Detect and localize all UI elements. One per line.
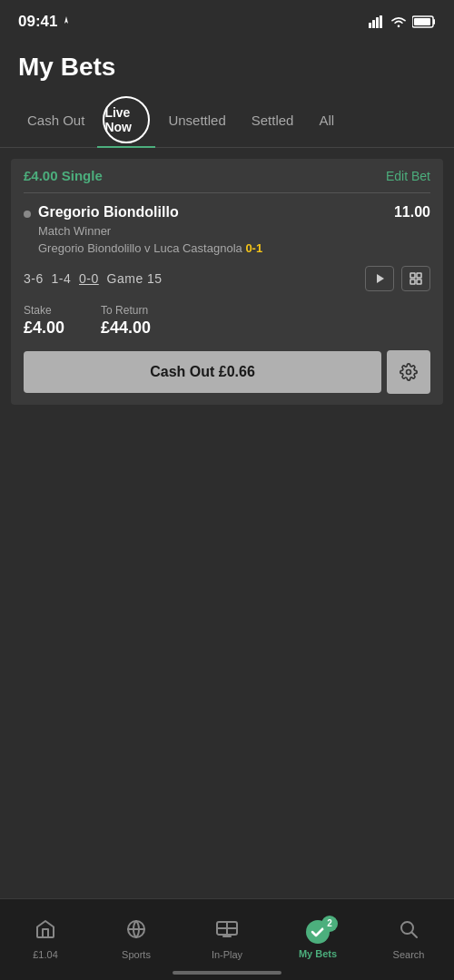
cashout-button[interactable]: Cash Out £0.66 (24, 351, 381, 393)
cashout-settings-button[interactable] (387, 350, 430, 394)
stats-icon-button[interactable] (401, 266, 430, 291)
return-value: £44.00 (101, 318, 151, 338)
tab-live-now[interactable]: Live Now (97, 93, 155, 147)
signal-icon (369, 15, 385, 28)
stake-block: Stake £4.00 (24, 304, 64, 338)
bet-matchup: Gregorio Biondolillo v Luca Castagnola 0… (38, 241, 430, 255)
tab-unsettled[interactable]: Unsettled (155, 103, 238, 137)
nav-home[interactable]: £1.04 (0, 911, 91, 969)
svg-rect-6 (414, 18, 430, 25)
svg-marker-7 (377, 274, 384, 283)
current-game-score: 0-0 (79, 271, 99, 286)
bet-odds: 11.00 (394, 204, 430, 220)
gear-icon (400, 363, 418, 381)
svg-rect-4 (380, 15, 382, 28)
tabs-container: Cash Out Live Now Unsettled Settled All (0, 93, 454, 148)
bet-score-row: 3-6 1-4 0-0 Game 15 (24, 266, 430, 291)
svg-point-12 (407, 370, 411, 375)
svg-rect-9 (417, 273, 421, 278)
inplay-label: In-Play (212, 949, 242, 960)
player-status-dot (24, 211, 31, 218)
match-score: 0-1 (245, 241, 262, 255)
return-label: To Return (101, 304, 151, 317)
stake-value: £4.00 (24, 318, 64, 338)
svg-rect-8 (410, 273, 415, 278)
status-icons (369, 15, 436, 28)
bet-card-header: £4.00 Single Edit Bet (11, 159, 443, 192)
score-icons (365, 266, 430, 291)
status-time: 09:41 (18, 13, 72, 31)
page-title: My Bets (0, 38, 454, 93)
nav-search[interactable]: Search (363, 911, 454, 969)
svg-marker-0 (64, 16, 68, 24)
battery-icon (412, 15, 436, 28)
search-label: Search (393, 949, 425, 960)
location-icon (61, 16, 72, 27)
bet-market: Match Winner (38, 224, 430, 238)
svg-rect-2 (372, 20, 375, 28)
stake-return-row: Stake £4.00 To Return £44.00 (24, 304, 430, 338)
return-block: To Return £44.00 (101, 304, 151, 338)
svg-line-21 (412, 932, 418, 937)
mybets-label: My Bets (299, 948, 337, 959)
bets-section: £4.00 Single Edit Bet Gregorio Biondolil… (0, 159, 454, 405)
svg-rect-3 (376, 17, 379, 28)
inplay-icon (215, 918, 239, 946)
home-indicator (173, 971, 281, 975)
mybets-icon-wrapper: 2 (305, 919, 331, 945)
nav-sports[interactable]: Sports (91, 911, 182, 969)
svg-rect-1 (369, 23, 371, 28)
nav-inplay[interactable]: In-Play (182, 911, 272, 969)
score-details: 3-6 1-4 0-0 Game 15 (24, 271, 163, 286)
edit-bet-button[interactable]: Edit Bet (386, 169, 430, 183)
bet-player-row: Gregorio Biondolillo 11.00 (24, 204, 430, 220)
sports-icon (125, 918, 147, 946)
mybets-badge: 2 (321, 916, 338, 932)
bet-type-label: £4.00 Single (24, 168, 103, 183)
bet-card: £4.00 Single Edit Bet Gregorio Biondolil… (11, 159, 443, 405)
tab-settled[interactable]: Settled (239, 103, 307, 137)
cashout-row: Cash Out £0.66 (24, 350, 430, 394)
play-icon-button[interactable] (365, 266, 394, 291)
search-icon (398, 918, 419, 946)
svg-rect-10 (410, 279, 415, 284)
bottom-nav: £1.04 Sports In-Play (0, 898, 454, 980)
live-now-circle: Live Now (103, 96, 150, 143)
sports-label: Sports (122, 949, 151, 960)
stake-label: Stake (24, 304, 64, 317)
status-bar: 09:41 (0, 0, 454, 38)
home-label: £1.04 (33, 949, 58, 960)
home-icon (35, 918, 56, 946)
nav-mybets[interactable]: 2 My Bets (272, 912, 363, 968)
cashout-amount: £0.66 (219, 364, 255, 379)
bet-player-name: Gregorio Biondolillo (24, 204, 179, 220)
wifi-icon (390, 15, 407, 28)
tab-cashout[interactable]: Cash Out (15, 103, 97, 137)
bet-card-content: Gregorio Biondolillo 11.00 Match Winner … (11, 193, 443, 405)
svg-rect-11 (417, 279, 421, 284)
tab-all[interactable]: All (306, 103, 347, 137)
